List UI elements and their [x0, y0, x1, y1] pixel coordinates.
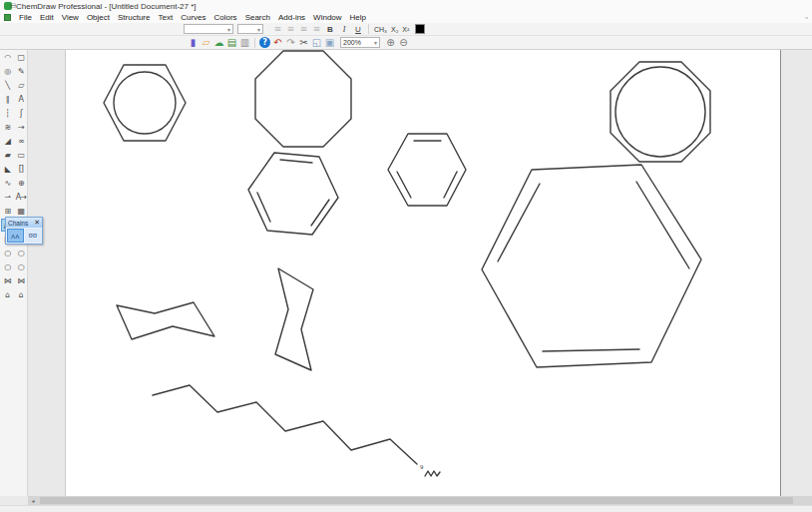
window-title: ChemDraw Professional - [Untitled Docume…: [16, 2, 197, 11]
multiple-bond-tool[interactable]: ∥: [1, 93, 14, 106]
marquee-tool[interactable]: ▢: [15, 51, 28, 64]
document-icon[interactable]: [4, 14, 11, 21]
text-format-toolbar: ▾ ▾ ≡≡≡≡ B I U CH₃ X₂ X²: [0, 23, 812, 36]
horizontal-scrollbar[interactable]: ◂: [28, 496, 812, 505]
save-icon[interactable]: ▤: [225, 37, 238, 49]
scroll-left-icon[interactable]: ◂: [28, 496, 38, 505]
undo-icon[interactable]: ↶: [271, 37, 284, 49]
chair-cyclohexane-tool-2[interactable]: ⋈: [15, 274, 28, 287]
chevron-down-icon: ▾: [374, 39, 377, 46]
cyclopentadiene-ring-tool[interactable]: ⌂: [1, 288, 14, 301]
menu-text[interactable]: Text: [154, 12, 177, 23]
cyclooctane-ring-tool[interactable]: ○: [15, 260, 28, 273]
close-icon[interactable]: ✕: [34, 219, 40, 227]
chains-flyout: Chains ✕ ʌʌʊʊ: [5, 217, 43, 245]
eraser-tool[interactable]: ▱: [15, 79, 28, 92]
menubar-items: FileEditViewObjectStructureTextCurvesCol…: [15, 12, 370, 23]
reaction-map-tool[interactable]: A→: [15, 191, 28, 204]
bold-button[interactable]: B: [324, 24, 336, 35]
chemdraw-window: ChemDraw Professional - [Untitled Docume…: [0, 0, 812, 512]
chair-cyclohexane-tool-1[interactable]: ⋈: [1, 274, 14, 287]
zoom-level-combo[interactable]: 200% ▾: [340, 37, 380, 48]
new-document-icon[interactable]: ▮: [187, 37, 200, 49]
font-size-combo[interactable]: ▾: [237, 24, 263, 34]
cyclopentane-ring-tool[interactable]: ○: [1, 247, 14, 259]
chemical-symbol-tool[interactable]: ⊕: [15, 177, 28, 190]
main-toolbar: ▮▱☁▤▥?↶↷✂◱▣ 200% ▾ ⊕ ⊖: [0, 36, 812, 50]
menu-window[interactable]: Window: [309, 12, 345, 23]
arrow-tool[interactable]: →: [15, 121, 28, 134]
zoom-in-icon[interactable]: ⊕: [384, 37, 397, 49]
tool-palette: ◠▢◎✎╲▱∥A┆ʃ≋→◢∞▰▭◣[]∿⊕⇀A→⊞▦ʌʌ▷▢○○○○⋈⋈⌂⌂: [0, 50, 28, 496]
paste-icon[interactable]: ▣: [323, 37, 336, 49]
text-tool[interactable]: A: [15, 93, 28, 106]
underline-button[interactable]: U: [352, 24, 364, 35]
chains-flyout-tools: ʌʌʊʊ: [6, 228, 42, 244]
benzene-ring-tool[interactable]: ⌂: [15, 288, 28, 301]
wedge-bond-tool[interactable]: ◣: [1, 163, 14, 176]
formula-style-button[interactable]: CH₃: [372, 24, 389, 35]
menu-file[interactable]: File: [15, 12, 36, 23]
pencil-tool[interactable]: ✎: [15, 65, 28, 78]
menu-edit[interactable]: Edit: [36, 12, 58, 23]
help-icon[interactable]: ?: [259, 37, 270, 48]
snaking-chain-tool[interactable]: ʌʌ: [7, 229, 24, 243]
align-left-icon[interactable]: ≡: [271, 24, 284, 35]
chains-flyout-titlebar[interactable]: Chains ✕: [6, 218, 42, 228]
align-buttons: ≡≡≡≡: [271, 24, 323, 35]
pen-tool[interactable]: ʃ: [15, 107, 28, 120]
menu-curves[interactable]: Curves: [177, 12, 209, 23]
hashed-bond-tool[interactable]: ≋: [1, 121, 14, 134]
toolbar-separator: [254, 38, 255, 48]
open-icon[interactable]: ▱: [200, 37, 212, 49]
align-right-icon[interactable]: ≡: [297, 24, 310, 35]
zoom-out-icon[interactable]: ⊖: [397, 37, 410, 49]
font-name-combo[interactable]: ▾: [184, 24, 233, 34]
menu-view[interactable]: View: [58, 12, 83, 23]
chevron-down-icon: ▾: [227, 26, 230, 33]
zoom-level-value: 200%: [343, 39, 361, 46]
color-swatch[interactable]: [415, 24, 425, 34]
menu-colors[interactable]: Colors: [210, 12, 241, 23]
document-restore-icon[interactable]: ▫: [806, 14, 808, 21]
scrollbar-thumb[interactable]: [40, 497, 793, 504]
wavy-bond-tool[interactable]: ∿: [1, 177, 14, 190]
dashed-bond-tool[interactable]: ┆: [1, 107, 14, 120]
chevron-down-icon: ▾: [257, 26, 260, 33]
drawing-elements-tool[interactable]: ▭: [15, 149, 28, 162]
open-cloud-icon[interactable]: ☁: [212, 37, 225, 49]
hashed-wedge-bond-tool[interactable]: ◢: [1, 135, 14, 148]
subscript-button[interactable]: X₂: [389, 24, 400, 35]
menu-search[interactable]: Search: [241, 12, 274, 23]
status-bar: [0, 505, 812, 512]
cyclohexane-ring-tool[interactable]: ○: [15, 247, 28, 259]
italic-button[interactable]: I: [338, 24, 350, 35]
print-icon[interactable]: ▥: [238, 37, 251, 49]
menu-addins[interactable]: Add-ins: [274, 12, 309, 23]
menu-help[interactable]: Help: [346, 12, 370, 23]
drawing-canvas[interactable]: [65, 50, 781, 496]
dative-bond-tool[interactable]: ⇀: [1, 191, 14, 204]
menu-bar: FileEditViewObjectStructureTextCurvesCol…: [0, 12, 812, 23]
lasso-tool[interactable]: ◠: [1, 51, 14, 64]
maximize-button[interactable]: □: [4, 1, 22, 11]
toolbar-main-icons: ▮▱☁▤▥?↶↷✂◱▣: [187, 37, 336, 49]
title-bar: ChemDraw Professional - [Untitled Docume…: [0, 0, 812, 12]
solid-bond-tool[interactable]: ╲: [1, 79, 14, 92]
align-center-icon[interactable]: ≡: [284, 24, 297, 35]
orbital-tool[interactable]: ∞: [15, 135, 28, 148]
structure-perspective-tool[interactable]: ◎: [1, 65, 14, 78]
cut-icon[interactable]: ✂: [297, 37, 310, 49]
superscript-button[interactable]: X²: [400, 24, 411, 35]
toolbar-separator: [368, 24, 369, 34]
align-justify-icon[interactable]: ≡: [310, 24, 323, 35]
coil-chain-tool[interactable]: ʊʊ: [25, 229, 41, 243]
copy-icon[interactable]: ◱: [310, 37, 323, 49]
redo-icon[interactable]: ↷: [284, 37, 297, 49]
menu-structure[interactable]: Structure: [114, 12, 154, 23]
bold-bond-tool[interactable]: ▰: [1, 149, 14, 162]
cycloheptane-ring-tool[interactable]: ○: [1, 260, 14, 273]
menu-object[interactable]: Object: [83, 12, 114, 23]
chains-flyout-title: Chains: [8, 220, 28, 227]
bracket-tool[interactable]: []: [15, 163, 28, 176]
